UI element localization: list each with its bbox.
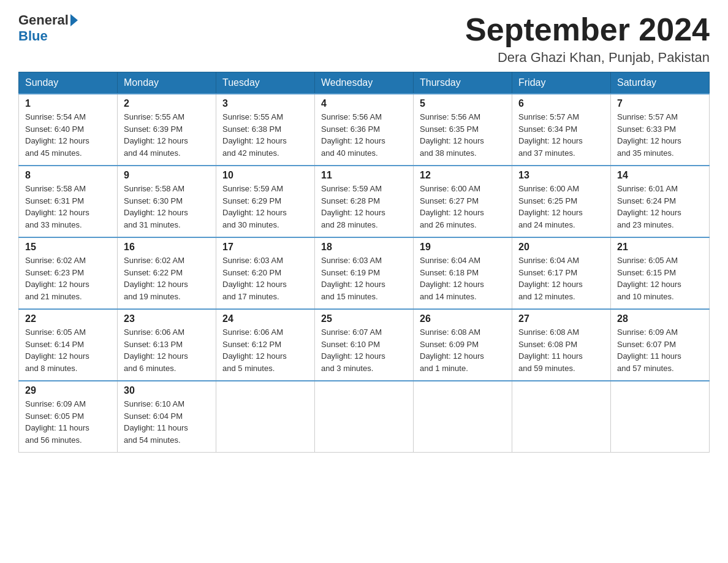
day-number: 5 — [420, 98, 506, 109]
day-info: Sunrise: 6:08 AM Sunset: 6:09 PM Dayligh… — [420, 326, 506, 374]
day-info: Sunrise: 6:00 AM Sunset: 6:25 PM Dayligh… — [518, 183, 604, 231]
day-number: 20 — [518, 242, 604, 253]
day-number: 25 — [321, 313, 407, 324]
day-info: Sunrise: 6:03 AM Sunset: 6:19 PM Dayligh… — [321, 255, 407, 302]
calendar-cell: 15 Sunrise: 6:02 AM Sunset: 6:23 PM Dayl… — [19, 237, 118, 309]
calendar-cell: 3 Sunrise: 5:55 AM Sunset: 6:38 PM Dayli… — [216, 94, 315, 166]
calendar-cell: 30 Sunrise: 6:10 AM Sunset: 6:04 PM Dayl… — [118, 381, 216, 453]
day-info: Sunrise: 5:54 AM Sunset: 6:40 PM Dayligh… — [25, 111, 111, 159]
day-info: Sunrise: 5:58 AM Sunset: 6:30 PM Dayligh… — [124, 183, 210, 231]
day-info: Sunrise: 5:59 AM Sunset: 6:28 PM Dayligh… — [321, 183, 407, 231]
page-header: General Blue September 2024 Dera Ghazi K… — [18, 12, 710, 66]
day-number: 18 — [321, 242, 407, 253]
day-info: Sunrise: 5:58 AM Sunset: 6:31 PM Dayligh… — [25, 183, 111, 231]
day-number: 17 — [222, 242, 308, 253]
calendar-cell: 23 Sunrise: 6:06 AM Sunset: 6:13 PM Dayl… — [118, 309, 216, 381]
calendar-cell: 10 Sunrise: 5:59 AM Sunset: 6:29 PM Dayl… — [216, 166, 315, 237]
day-info: Sunrise: 6:01 AM Sunset: 6:24 PM Dayligh… — [617, 183, 703, 231]
logo-text-general: General — [18, 12, 69, 28]
calendar-cell: 6 Sunrise: 5:57 AM Sunset: 6:34 PM Dayli… — [512, 94, 611, 166]
day-number: 7 — [617, 98, 703, 109]
week-row-3: 15 Sunrise: 6:02 AM Sunset: 6:23 PM Dayl… — [19, 237, 710, 309]
col-saturday: Saturday — [611, 72, 710, 94]
calendar-cell — [315, 381, 414, 453]
day-info: Sunrise: 5:57 AM Sunset: 6:33 PM Dayligh… — [617, 111, 703, 159]
day-number: 22 — [25, 313, 111, 324]
day-number: 4 — [321, 98, 407, 109]
day-info: Sunrise: 6:08 AM Sunset: 6:08 PM Dayligh… — [518, 326, 604, 374]
calendar-cell: 19 Sunrise: 6:04 AM Sunset: 6:18 PM Dayl… — [414, 237, 512, 309]
calendar-cell — [611, 381, 710, 453]
col-thursday: Thursday — [414, 72, 512, 94]
calendar-cell: 27 Sunrise: 6:08 AM Sunset: 6:08 PM Dayl… — [512, 309, 611, 381]
day-number: 14 — [617, 170, 703, 181]
day-info: Sunrise: 6:04 AM Sunset: 6:18 PM Dayligh… — [420, 255, 506, 302]
day-info: Sunrise: 6:03 AM Sunset: 6:20 PM Dayligh… — [222, 255, 308, 302]
calendar-cell: 2 Sunrise: 5:55 AM Sunset: 6:39 PM Dayli… — [118, 94, 216, 166]
day-number: 12 — [420, 170, 506, 181]
calendar-cell: 5 Sunrise: 5:56 AM Sunset: 6:35 PM Dayli… — [414, 94, 512, 166]
day-number: 27 — [518, 313, 604, 324]
day-info: Sunrise: 6:07 AM Sunset: 6:10 PM Dayligh… — [321, 326, 407, 374]
day-info: Sunrise: 6:10 AM Sunset: 6:04 PM Dayligh… — [124, 398, 210, 446]
day-info: Sunrise: 6:04 AM Sunset: 6:17 PM Dayligh… — [518, 255, 604, 302]
day-info: Sunrise: 5:57 AM Sunset: 6:34 PM Dayligh… — [518, 111, 604, 159]
day-info: Sunrise: 6:06 AM Sunset: 6:13 PM Dayligh… — [124, 326, 210, 374]
week-row-1: 1 Sunrise: 5:54 AM Sunset: 6:40 PM Dayli… — [19, 94, 710, 166]
calendar-table: Sunday Monday Tuesday Wednesday Thursday… — [18, 72, 710, 453]
calendar-cell: 26 Sunrise: 6:08 AM Sunset: 6:09 PM Dayl… — [414, 309, 512, 381]
calendar-subtitle: Dera Ghazi Khan, Punjab, Pakistan — [465, 50, 710, 66]
calendar-cell — [216, 381, 315, 453]
day-number: 24 — [222, 313, 308, 324]
day-number: 28 — [617, 313, 703, 324]
day-info: Sunrise: 6:02 AM Sunset: 6:23 PM Dayligh… — [25, 255, 111, 302]
calendar-cell: 1 Sunrise: 5:54 AM Sunset: 6:40 PM Dayli… — [19, 94, 118, 166]
day-info: Sunrise: 5:55 AM Sunset: 6:38 PM Dayligh… — [222, 111, 308, 159]
calendar-cell: 18 Sunrise: 6:03 AM Sunset: 6:19 PM Dayl… — [315, 237, 414, 309]
calendar-title: September 2024 — [465, 12, 710, 47]
calendar-cell: 28 Sunrise: 6:09 AM Sunset: 6:07 PM Dayl… — [611, 309, 710, 381]
calendar-cell: 13 Sunrise: 6:00 AM Sunset: 6:25 PM Dayl… — [512, 166, 611, 237]
calendar-cell: 8 Sunrise: 5:58 AM Sunset: 6:31 PM Dayli… — [19, 166, 118, 237]
day-info: Sunrise: 5:56 AM Sunset: 6:35 PM Dayligh… — [420, 111, 506, 159]
calendar-cell: 16 Sunrise: 6:02 AM Sunset: 6:22 PM Dayl… — [118, 237, 216, 309]
day-info: Sunrise: 6:05 AM Sunset: 6:15 PM Dayligh… — [617, 255, 703, 302]
col-wednesday: Wednesday — [315, 72, 414, 94]
day-number: 19 — [420, 242, 506, 253]
day-number: 16 — [124, 242, 210, 253]
calendar-cell: 22 Sunrise: 6:05 AM Sunset: 6:14 PM Dayl… — [19, 309, 118, 381]
col-tuesday: Tuesday — [216, 72, 315, 94]
day-number: 26 — [420, 313, 506, 324]
day-number: 11 — [321, 170, 407, 181]
col-friday: Friday — [512, 72, 611, 94]
calendar-cell: 14 Sunrise: 6:01 AM Sunset: 6:24 PM Dayl… — [611, 166, 710, 237]
day-number: 2 — [124, 98, 210, 109]
day-number: 29 — [25, 385, 111, 396]
calendar-cell — [512, 381, 611, 453]
day-info: Sunrise: 5:56 AM Sunset: 6:36 PM Dayligh… — [321, 111, 407, 159]
calendar-cell: 4 Sunrise: 5:56 AM Sunset: 6:36 PM Dayli… — [315, 94, 414, 166]
calendar-cell: 7 Sunrise: 5:57 AM Sunset: 6:33 PM Dayli… — [611, 94, 710, 166]
day-number: 6 — [518, 98, 604, 109]
week-row-2: 8 Sunrise: 5:58 AM Sunset: 6:31 PM Dayli… — [19, 166, 710, 237]
title-block: September 2024 Dera Ghazi Khan, Punjab, … — [465, 12, 710, 66]
logo-triangle-icon — [70, 14, 78, 26]
calendar-cell: 12 Sunrise: 6:00 AM Sunset: 6:27 PM Dayl… — [414, 166, 512, 237]
calendar-cell — [414, 381, 512, 453]
logo: General Blue — [18, 12, 78, 44]
logo-text-blue: Blue — [18, 28, 48, 44]
day-info: Sunrise: 5:55 AM Sunset: 6:39 PM Dayligh… — [124, 111, 210, 159]
day-number: 21 — [617, 242, 703, 253]
day-number: 23 — [124, 313, 210, 324]
day-number: 30 — [124, 385, 210, 396]
week-row-5: 29 Sunrise: 6:09 AM Sunset: 6:05 PM Dayl… — [19, 381, 710, 453]
day-info: Sunrise: 6:09 AM Sunset: 6:05 PM Dayligh… — [25, 398, 111, 446]
day-number: 10 — [222, 170, 308, 181]
day-number: 13 — [518, 170, 604, 181]
day-info: Sunrise: 6:00 AM Sunset: 6:27 PM Dayligh… — [420, 183, 506, 231]
calendar-cell: 17 Sunrise: 6:03 AM Sunset: 6:20 PM Dayl… — [216, 237, 315, 309]
calendar-cell: 21 Sunrise: 6:05 AM Sunset: 6:15 PM Dayl… — [611, 237, 710, 309]
calendar-cell: 20 Sunrise: 6:04 AM Sunset: 6:17 PM Dayl… — [512, 237, 611, 309]
day-info: Sunrise: 6:02 AM Sunset: 6:22 PM Dayligh… — [124, 255, 210, 302]
calendar-cell: 11 Sunrise: 5:59 AM Sunset: 6:28 PM Dayl… — [315, 166, 414, 237]
